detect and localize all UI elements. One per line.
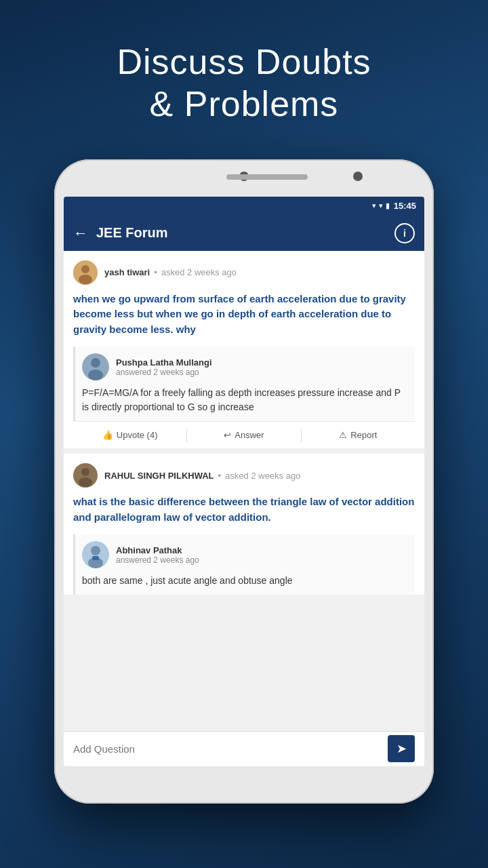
phone-speaker bbox=[226, 174, 308, 180]
action-bar-1: 👍 Upvote (4) ↩ Answer ⚠ Report bbox=[73, 421, 415, 448]
user-info-1: yash tiwari • asked 2 weeks ago bbox=[104, 267, 237, 277]
question-card-1: yash tiwari • asked 2 weeks ago when we … bbox=[64, 251, 424, 449]
hero-line2: & Problems bbox=[150, 84, 339, 123]
phone-camera-right bbox=[353, 172, 363, 181]
signal-icon: ▾ bbox=[379, 201, 383, 210]
answer-header-2: Abhinav Pathak answered 2 weeks ago bbox=[82, 541, 408, 568]
add-question-bar: ➤ bbox=[64, 731, 424, 766]
avatar-1 bbox=[73, 260, 98, 285]
user-info-2: RAHUL SINGH PILKHWAL • asked 2 weeks ago bbox=[104, 471, 300, 481]
phone-mockup: ▾ ▾ ▮ 15:45 ← JEE Forum i bbox=[54, 159, 434, 804]
time-2: asked 2 weeks ago bbox=[225, 471, 300, 481]
answerer-info-2: Abhinav Pathak answered 2 weeks ago bbox=[116, 545, 199, 565]
upvote-button-1[interactable]: 👍 Upvote (4) bbox=[73, 427, 186, 443]
send-icon: ➤ bbox=[396, 741, 407, 756]
svg-point-4 bbox=[91, 358, 100, 368]
answer-text-1: P=F/A=MG/A for a freely falling as depth… bbox=[82, 386, 408, 421]
time-1: asked 2 weeks ago bbox=[161, 267, 237, 277]
answer-header-1: Pushpa Latha Mullangi answered 2 weeks a… bbox=[82, 353, 408, 380]
hero-line1: Discuss Doubts bbox=[117, 42, 371, 81]
question-header-2: RAHUL SINGH PILKHWAL • asked 2 weeks ago bbox=[73, 463, 415, 488]
svg-point-5 bbox=[88, 370, 103, 380]
info-button[interactable]: i bbox=[394, 223, 415, 243]
report-button-1[interactable]: ⚠ Report bbox=[302, 427, 415, 443]
svg-point-1 bbox=[81, 265, 89, 273]
question-header-1: yash tiwari • asked 2 weeks ago bbox=[73, 260, 415, 285]
send-button[interactable]: ➤ bbox=[388, 735, 415, 762]
answer-block-1: Pushpa Latha Mullangi answered 2 weeks a… bbox=[73, 347, 415, 421]
answer-time-2: answered 2 weeks ago bbox=[116, 555, 199, 565]
answer-avatar-1 bbox=[82, 353, 109, 380]
answer-button-1[interactable]: ↩ Answer bbox=[187, 427, 300, 443]
status-bar: ▾ ▾ ▮ 15:45 bbox=[64, 197, 424, 216]
avatar-2 bbox=[73, 463, 98, 488]
question-text-1: when we go upward from surface of earth … bbox=[73, 292, 415, 338]
answerer-info-1: Pushpa Latha Mullangi answered 2 weeks a… bbox=[116, 357, 212, 377]
status-time: 15:45 bbox=[394, 201, 416, 211]
status-icons: ▾ ▾ ▮ bbox=[372, 201, 390, 210]
username-1: yash tiwari bbox=[104, 267, 150, 277]
upvote-icon: 👍 bbox=[102, 430, 113, 440]
answer-icon: ↩ bbox=[224, 430, 231, 440]
svg-rect-12 bbox=[92, 556, 99, 560]
svg-point-2 bbox=[79, 275, 92, 284]
wifi-icon: ▾ bbox=[372, 201, 376, 210]
app-bar-title: JEE Forum bbox=[96, 225, 386, 241]
answer-text-2: both are same , just acute angle and obt… bbox=[82, 574, 408, 595]
phone-shell: ▾ ▾ ▮ 15:45 ← JEE Forum i bbox=[54, 159, 434, 804]
app-bar: ← JEE Forum i bbox=[64, 216, 424, 251]
phone-screen: ▾ ▾ ▮ 15:45 ← JEE Forum i bbox=[64, 197, 424, 766]
svg-point-10 bbox=[91, 546, 100, 555]
answerer-name-1: Pushpa Latha Mullangi bbox=[116, 357, 212, 368]
question-text-2: what is the basic difference between the… bbox=[73, 494, 415, 525]
report-icon: ⚠ bbox=[339, 430, 347, 440]
hero-text: Discuss Doubts & Problems bbox=[76, 0, 411, 146]
answer-avatar-2 bbox=[82, 541, 109, 568]
svg-point-7 bbox=[81, 468, 89, 476]
question-card-2: RAHUL SINGH PILKHWAL • asked 2 weeks ago… bbox=[64, 454, 424, 595]
answer-block-2: Abhinav Pathak answered 2 weeks ago both… bbox=[73, 534, 415, 595]
answer-time-1: answered 2 weeks ago bbox=[116, 368, 212, 377]
battery-icon: ▮ bbox=[386, 201, 390, 210]
username-2: RAHUL SINGH PILKHWAL bbox=[104, 471, 214, 481]
add-question-input[interactable] bbox=[73, 743, 381, 755]
back-button[interactable]: ← bbox=[73, 224, 88, 242]
forum-feed[interactable]: yash tiwari • asked 2 weeks ago when we … bbox=[64, 251, 424, 731]
svg-point-8 bbox=[79, 477, 92, 487]
answerer-name-2: Abhinav Pathak bbox=[116, 545, 199, 555]
